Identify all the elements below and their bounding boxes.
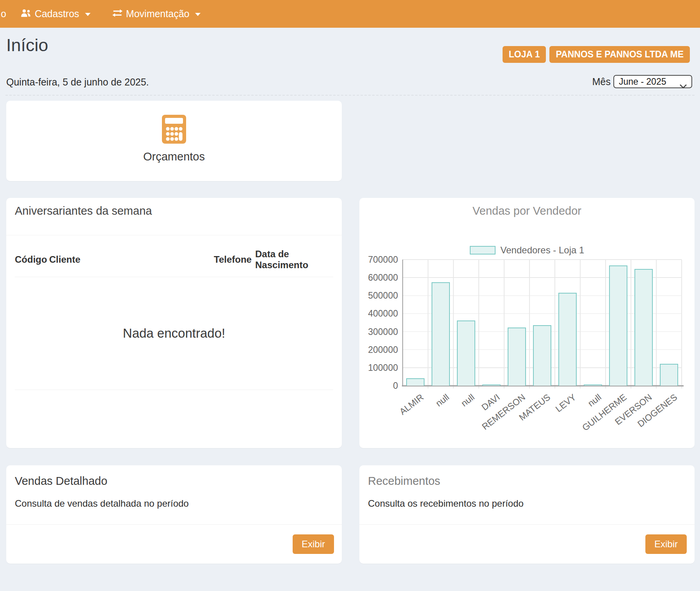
receipts-title: Recebimentos bbox=[359, 465, 695, 488]
sales-chart-card: Vendas por Vendedor Vendedores - Loja 1 … bbox=[359, 198, 695, 448]
month-control: Mês June - 2025 bbox=[592, 75, 692, 88]
birthdays-table-header-row: Código Cliente Telefone Data de Nascimen… bbox=[15, 243, 333, 277]
bar-null-1 bbox=[432, 282, 450, 386]
birthdays-card-body: Código Cliente Telefone Data de Nascimen… bbox=[6, 235, 342, 390]
x-tick-label-7: null bbox=[586, 392, 603, 409]
top-navbar: o Cadastros Movimentação bbox=[0, 0, 700, 28]
chart-y-labels: 0100000200000300000400000500000600000700… bbox=[359, 260, 398, 386]
legend-swatch bbox=[470, 246, 496, 255]
chevron-down-icon bbox=[195, 13, 201, 16]
bar-mateus-5 bbox=[533, 325, 551, 386]
current-date-text: Quinta-feira, 5 de junho de 2025. bbox=[6, 77, 149, 88]
birthdays-card-title: Aniversariantes da semana bbox=[6, 198, 342, 235]
x-tick-label-1: null bbox=[434, 392, 451, 409]
receipts-footer: Exibir bbox=[359, 524, 695, 564]
nav-item-movimentacao[interactable]: Movimentação bbox=[112, 8, 201, 20]
store-button-loja1[interactable]: LOJA 1 bbox=[503, 46, 546, 63]
orcamentos-card[interactable]: Orçamentos bbox=[6, 101, 342, 181]
chevron-down-icon bbox=[680, 80, 687, 91]
bar-null-2 bbox=[457, 320, 475, 386]
bar-everson-9 bbox=[634, 269, 653, 386]
nav-item-label: Cadastros bbox=[35, 8, 79, 20]
column-header-codigo: Código bbox=[15, 243, 49, 277]
y-tick-label: 700000 bbox=[359, 255, 398, 265]
orcamentos-label: Orçamentos bbox=[143, 150, 205, 163]
chart-x-labels: ALMIRnullnullDAVIREMERSONMATEUSLEVYnullG… bbox=[403, 386, 682, 421]
x-tick-label-6: LEVY bbox=[553, 392, 578, 414]
calculator-icon bbox=[162, 115, 186, 145]
birthdays-table: Código Cliente Telefone Data de Nascimen… bbox=[15, 243, 333, 390]
receipts-exibir-button[interactable]: Exibir bbox=[645, 534, 687, 554]
column-header-telefone: Telefone bbox=[214, 243, 255, 277]
nav-item-label: Movimentação bbox=[126, 8, 190, 20]
y-tick-label: 100000 bbox=[359, 363, 398, 373]
x-tick-label-0: ALMIR bbox=[398, 392, 426, 417]
receipts-card: Recebimentos Consulta os recebimentos no… bbox=[359, 465, 695, 564]
chevron-down-icon bbox=[85, 13, 91, 16]
company-button[interactable]: PANNOS E PANNOS LTDA ME bbox=[549, 46, 690, 63]
month-select[interactable]: June - 2025 bbox=[613, 75, 692, 88]
sales-detail-description: Consulta de vendas detalhada no período bbox=[6, 488, 342, 509]
birthdays-card: Aniversariantes da semana Código Cliente… bbox=[6, 198, 342, 448]
sales-detail-card: Vendas Detalhado Consulta de vendas deta… bbox=[6, 465, 342, 564]
page-title: Início bbox=[6, 35, 48, 55]
bar-diogenes-10 bbox=[660, 364, 678, 386]
empty-row: Nada encontrado! bbox=[15, 277, 333, 390]
x-tick-label-2: null bbox=[459, 392, 476, 409]
y-tick-label: 400000 bbox=[359, 308, 398, 319]
bar-chart-plot bbox=[403, 260, 682, 386]
month-select-value: June - 2025 bbox=[619, 77, 666, 87]
dashed-separator bbox=[5, 95, 695, 96]
bar-almir-0 bbox=[406, 378, 425, 386]
sales-detail-title: Vendas Detalhado bbox=[6, 465, 342, 488]
bar-remerson-4 bbox=[508, 328, 526, 386]
chart-title: Vendas por Vendedor bbox=[359, 198, 695, 217]
receipts-description: Consulta os recebimentos no período bbox=[359, 488, 695, 509]
chart-legend[interactable]: Vendedores - Loja 1 bbox=[359, 245, 695, 256]
bar-levy-6 bbox=[558, 293, 577, 386]
y-tick-label: 0 bbox=[359, 381, 398, 391]
exchange-icon bbox=[112, 8, 123, 20]
store-buttons: LOJA 1 PANNOS E PANNOS LTDA ME bbox=[503, 46, 690, 63]
nav-item-cadastros[interactable]: Cadastros bbox=[20, 8, 91, 20]
y-tick-label: 300000 bbox=[359, 327, 398, 337]
y-tick-label: 200000 bbox=[359, 345, 398, 355]
y-tick-label: 600000 bbox=[359, 272, 398, 283]
nav-item-partial[interactable]: o bbox=[1, 8, 6, 20]
y-tick-label: 500000 bbox=[359, 290, 398, 301]
column-header-cliente: Cliente bbox=[49, 243, 214, 277]
bar-guilherme-8 bbox=[609, 265, 627, 386]
sales-exibir-button[interactable]: Exibir bbox=[293, 534, 334, 554]
sales-detail-footer: Exibir bbox=[6, 524, 342, 564]
empty-message: Nada encontrado! bbox=[15, 277, 333, 390]
bar-chart: 0100000200000300000400000500000600000700… bbox=[403, 260, 682, 386]
month-label: Mês bbox=[592, 76, 611, 87]
column-header-nascimento: Data de Nascimento bbox=[255, 243, 333, 277]
legend-label: Vendedores - Loja 1 bbox=[501, 245, 585, 256]
users-icon bbox=[20, 8, 31, 20]
